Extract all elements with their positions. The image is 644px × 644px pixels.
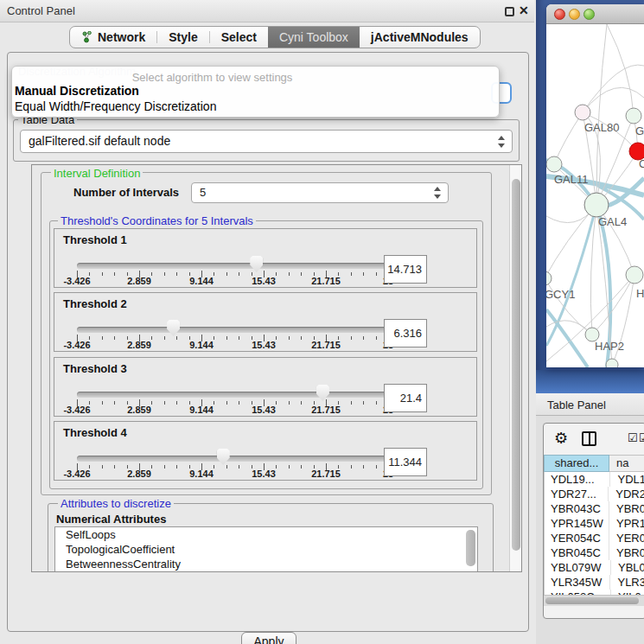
option-equal-width-frequency[interactable]: Equal Width/Frequency Discretization (12, 99, 499, 114)
node-gcy1[interactable] (546, 271, 552, 285)
cell: YBR0 (609, 545, 644, 560)
number-of-intervals-spinner[interactable]: 5 (191, 182, 449, 203)
node-gal4[interactable] (584, 193, 609, 217)
table-row[interactable]: YDL19...YDL1 (545, 472, 644, 487)
interval-definition-title: Interval Definition (51, 167, 143, 180)
node-gal11[interactable] (546, 156, 562, 172)
apply-button[interactable]: Apply (241, 632, 296, 644)
cell: YBR045C (545, 545, 609, 560)
split-columns-icon[interactable] (582, 431, 596, 446)
tick-label: 9.144 (189, 276, 214, 286)
numerical-attributes-label: Numerical Attributes (56, 513, 166, 526)
threshold-2-slider-track[interactable] (77, 327, 388, 333)
threshold-1-value-field[interactable]: 14.713 (384, 255, 427, 284)
cell: YBL0 (610, 560, 644, 575)
network-window: GAL80 GA C GAL11 GAL4 GCY1 H HAP2 (546, 4, 644, 367)
table-hscrollbar-thumb[interactable] (545, 597, 639, 604)
threshold-3-slider-track[interactable] (77, 392, 388, 398)
threshold-1-slider-track[interactable] (77, 263, 388, 269)
threshold-3-label: Threshold 3 (63, 362, 127, 375)
tick-label: 15.43 (252, 469, 276, 479)
node-ga[interactable] (626, 108, 641, 124)
node-bottom[interactable] (606, 359, 618, 367)
table-row[interactable]: YPR145WYPR1 (545, 516, 644, 531)
close-traffic-light[interactable] (554, 9, 565, 20)
gear-icon[interactable]: ⚙ (554, 430, 568, 447)
node-label: GA (635, 124, 644, 137)
spinner-arrows-icon[interactable] (434, 187, 442, 199)
threshold-1-panel: Threshold 1 -3.4262.8599.14415.4321.7152… (54, 228, 477, 288)
tab-style[interactable]: Style (157, 27, 208, 48)
combo-spinner-icon[interactable] (498, 136, 506, 148)
option-manual-discretization[interactable]: Manual Discretization (12, 83, 499, 99)
numerical-attributes-list[interactable]: SelfLoops TopologicalCoefficient Between… (54, 526, 478, 572)
column-header-name[interactable]: na (609, 455, 644, 472)
node-label: C (639, 157, 644, 170)
checkbox-icon[interactable]: ☑ (628, 431, 638, 444)
table-row[interactable]: YLR345WYLR3 (545, 575, 644, 590)
tick-label: -3.426 (63, 276, 90, 286)
cell: YBR0 (609, 501, 644, 516)
top-tab-bar: Network Style Select Cyni Toolbox jActiv… (69, 26, 481, 48)
node-label: GCY1 (546, 288, 575, 301)
table-row[interactable]: YBR043CYBR0 (545, 501, 644, 516)
tick-label: 21.715 (311, 405, 341, 415)
table-row[interactable]: YBR045CYBR0 (545, 545, 644, 560)
thresholds-title: Threshold's Coordinates for 5 Intervals (58, 214, 256, 227)
close-icon[interactable]: ✕ (519, 3, 529, 17)
network-canvas[interactable]: GAL80 GA C GAL11 GAL4 GCY1 H HAP2 (546, 24, 644, 367)
threshold-4-label: Threshold 4 (63, 426, 127, 439)
tick-label: -3.426 (63, 340, 90, 350)
network-icon (81, 31, 92, 43)
table-row[interactable]: YBL079WYBL0 (545, 560, 644, 575)
node-label: GAL4 (598, 215, 627, 228)
cell: YLR3 (609, 575, 644, 590)
table-row[interactable]: YDR27...YDR2 (545, 487, 644, 501)
cell: YDR2 (608, 487, 644, 501)
tab-select[interactable]: Select (210, 27, 268, 48)
tick-label: 2.859 (127, 469, 151, 479)
tick-label: 2.859 (127, 276, 151, 286)
number-of-intervals-label: Number of Intervals (73, 186, 179, 199)
tick-label: 9.144 (189, 469, 214, 479)
tab-style-label: Style (169, 30, 197, 44)
threshold-4-value-field[interactable]: 11.344 (384, 448, 427, 476)
checkbox-icon[interactable]: ☑ (639, 431, 644, 444)
cell: YDL1 (609, 472, 644, 487)
algorithm-placeholder: Select algorithm to view settings (12, 67, 499, 83)
tab-cyni-toolbox[interactable]: Cyni Toolbox (268, 27, 360, 48)
zoom-traffic-light[interactable] (583, 9, 595, 20)
cell: YER054C (545, 531, 609, 545)
node-label: GAL80 (584, 121, 619, 134)
column-header-shared-name[interactable]: shared... (544, 455, 609, 472)
node-h[interactable] (626, 266, 643, 284)
tick-label: 2.859 (127, 340, 151, 350)
list-item[interactable]: BetweennessCentrality (55, 557, 477, 571)
table-horizontal-scrollbar[interactable] (544, 595, 644, 606)
threshold-2-value-field[interactable]: 6.316 (384, 319, 427, 348)
table-row[interactable]: YER054CYER0 (545, 531, 644, 545)
table-panel: ⚙ ☑ ☑ shared... na YDL19...YDL1 YDR27...… (543, 423, 644, 619)
node-gal80[interactable] (575, 105, 590, 120)
table-data-combo[interactable]: galFiltered.sif default node (20, 130, 513, 153)
list-item[interactable]: TopologicalCoefficient (55, 542, 477, 557)
threshold-3-value-field[interactable]: 21.4 (384, 384, 427, 412)
threshold-4-slider-track[interactable] (77, 456, 388, 462)
desktop-background-band (536, 370, 644, 393)
network-window-titlebar (546, 4, 644, 24)
settings-scrollbar[interactable] (509, 165, 521, 571)
tab-network[interactable]: Network (70, 27, 156, 48)
table-header-row: shared... na (544, 455, 644, 472)
tab-jactivemnodules[interactable]: jActiveMNodules (360, 27, 480, 48)
node-label: GAL11 (554, 173, 589, 186)
settings-scrollbar-thumb[interactable] (512, 179, 520, 551)
settings-scroll-pane: Interval Definition Number of Intervals … (31, 164, 522, 572)
list-item[interactable]: SelfLoops (55, 527, 477, 542)
cell: YLR345W (545, 575, 609, 590)
minimize-traffic-light[interactable] (569, 9, 580, 20)
tick-label: 21.715 (311, 469, 341, 479)
tab-cyni-toolbox-label: Cyni Toolbox (279, 30, 348, 44)
list-scrollbar[interactable] (466, 530, 475, 566)
float-window-icon[interactable] (505, 7, 514, 16)
tick-label: -3.426 (63, 405, 90, 415)
